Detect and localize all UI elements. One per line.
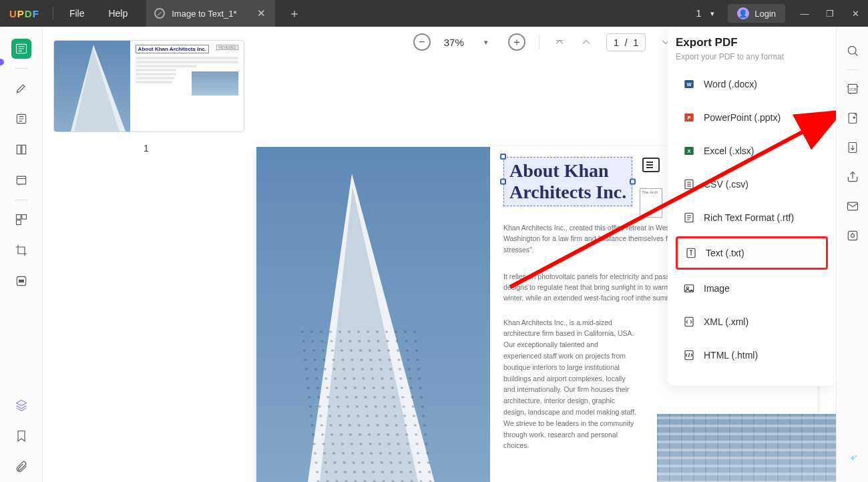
protect-icon[interactable]: [843, 226, 862, 245]
hero-image: [256, 147, 490, 482]
titlebar: U P D F File Help Image to Text_1* ✕ ＋ 1…: [0, 0, 868, 27]
prev-page-icon[interactable]: [580, 35, 593, 49]
thumbnail-panel: About Khan Architects Inc. REVIEWED 1: [43, 27, 250, 482]
convert-icon[interactable]: [843, 138, 862, 157]
image-icon: [682, 282, 696, 295]
export-title: Export PDF: [676, 36, 828, 49]
svg-rect-4: [17, 176, 25, 184]
export-option-csv[interactable]: CSV (.csv): [676, 170, 828, 199]
export-option-word[interactable]: W Word (.docx): [676, 69, 828, 99]
bookmark-icon[interactable]: [11, 426, 31, 446]
attachment-icon[interactable]: [11, 457, 31, 477]
reader-mode-icon[interactable]: [11, 39, 31, 59]
zoom-dropdown-icon[interactable]: ▼: [477, 39, 495, 46]
tab-active[interactable]: Image to Text_1* ✕: [146, 0, 274, 27]
search-icon[interactable]: [843, 41, 862, 60]
text-icon: [684, 246, 698, 260]
tab-document-icon: [154, 8, 165, 19]
separator: [15, 68, 28, 69]
word-icon: W: [682, 77, 696, 91]
highlighter-icon[interactable]: [11, 78, 31, 98]
page-thumbnail[interactable]: About Khan Architects Inc. REVIEWED: [53, 40, 244, 132]
svg-rect-9: [19, 280, 23, 282]
export-image-label: Image: [704, 283, 730, 294]
resize-handle[interactable]: [500, 179, 506, 185]
mini-title: About Khan Architects Inc.: [136, 45, 209, 53]
brand-logo: U P D F: [0, 8, 49, 19]
pages-icon[interactable]: [11, 140, 31, 160]
export-word-label: Word (.docx): [704, 79, 757, 89]
export-csv-label: CSV (.csv): [704, 179, 748, 190]
export-option-html[interactable]: HTML (.html): [676, 340, 828, 370]
separator: [15, 200, 28, 200]
login-button[interactable]: 👤 Login: [728, 4, 785, 23]
svg-rect-3: [21, 145, 25, 154]
export-xls-label: Excel (.xlsx): [704, 146, 754, 156]
organize-icon[interactable]: [11, 210, 31, 230]
page-current: 1: [614, 37, 619, 48]
csv-icon: [682, 178, 696, 191]
page-total: 1: [633, 37, 638, 48]
svg-rect-5: [16, 215, 21, 220]
selected-text-box[interactable]: About Khan Architects Inc. The Arch: [503, 157, 632, 206]
menu-file[interactable]: File: [57, 8, 97, 19]
svg-text:P: P: [687, 115, 690, 121]
titlebar-right: 1 ▾ 👤 Login — ❐ ✕: [693, 0, 868, 27]
brand-d: D: [25, 8, 33, 19]
chevron-down-icon[interactable]: ▾: [704, 9, 721, 18]
thumbnail-page-number: 1: [53, 143, 239, 154]
layers-icon[interactable]: [11, 395, 31, 415]
titlebar-number[interactable]: 1: [693, 8, 704, 19]
login-label: Login: [754, 9, 776, 19]
window-maximize-button[interactable]: ❐: [817, 9, 843, 19]
avatar-icon: 👤: [737, 7, 749, 19]
first-page-icon[interactable]: [553, 35, 566, 49]
form-icon[interactable]: [11, 170, 31, 190]
page-indicator[interactable]: 1 / 1: [606, 33, 646, 51]
zoom-in-button[interactable]: ＋: [508, 33, 525, 51]
paragraph-3: Khan Architects Inc., is a mid-sized arc…: [503, 317, 637, 452]
export-icon[interactable]: [843, 109, 862, 128]
center-area: About Khan Architects Inc. REVIEWED 1 − …: [43, 27, 836, 482]
export-option-powerpoint[interactable]: P PowerPoint (.pptx): [676, 103, 828, 132]
resize-handle[interactable]: [630, 179, 636, 185]
svg-text:X: X: [687, 148, 690, 154]
ai-sparkle-icon[interactable]: [843, 450, 862, 469]
doc-title-line2: Architects Inc.: [509, 182, 626, 202]
export-ppt-label: PowerPoint (.pptx): [704, 112, 781, 123]
divider: [53, 7, 53, 20]
export-option-text[interactable]: Text (.txt): [676, 236, 828, 270]
xml-icon: [682, 315, 696, 328]
svg-text:OCR: OCR: [849, 87, 857, 91]
redact-icon[interactable]: [11, 271, 31, 291]
export-option-rtf[interactable]: Rich Text Format (.rtf): [676, 203, 828, 232]
export-panel: Export PDF Export your PDF to any format…: [668, 27, 836, 386]
tab-close-icon[interactable]: ✕: [257, 7, 266, 19]
add-tab-button[interactable]: ＋: [283, 5, 306, 21]
menu-help[interactable]: Help: [96, 8, 140, 19]
share-icon[interactable]: [843, 168, 862, 186]
export-option-image[interactable]: Image: [676, 274, 828, 303]
resize-handle[interactable]: [500, 154, 506, 160]
powerpoint-icon: P: [682, 111, 696, 124]
window-close-button[interactable]: ✕: [843, 9, 868, 19]
crop-icon[interactable]: [11, 240, 31, 260]
doc-title-line1: About Khan: [509, 160, 609, 181]
image-block-icon[interactable]: [642, 158, 660, 172]
html-icon: [682, 348, 696, 362]
left-rail: [0, 27, 43, 482]
svg-rect-7: [16, 220, 21, 225]
tab-title: Image to Text_1*: [172, 9, 236, 19]
export-option-excel[interactable]: X Excel (.xlsx): [676, 136, 828, 166]
export-subtitle: Export your PDF to any format: [676, 52, 828, 61]
float-card[interactable]: The Arch: [640, 188, 662, 218]
window-minimize-button[interactable]: —: [792, 9, 817, 19]
excel-icon: X: [682, 144, 696, 158]
svg-rect-2: [17, 145, 21, 154]
zoom-out-button[interactable]: −: [413, 33, 431, 51]
email-icon[interactable]: [843, 197, 862, 216]
edit-text-icon[interactable]: [11, 109, 31, 129]
export-option-xml[interactable]: XML (.xml): [676, 307, 828, 336]
ocr-icon[interactable]: OCR: [843, 79, 862, 98]
zoom-value[interactable]: 37%: [444, 37, 464, 48]
